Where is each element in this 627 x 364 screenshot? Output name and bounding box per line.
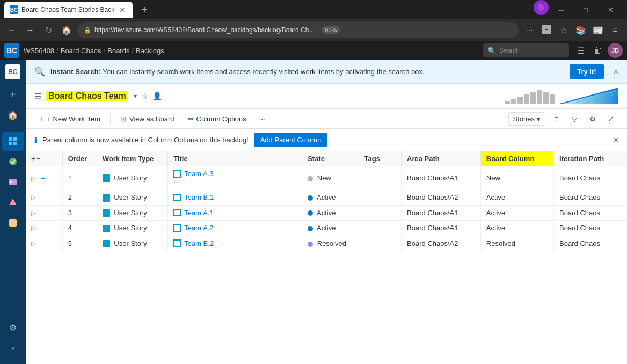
notifications-icon[interactable]: 🗑 xyxy=(590,43,606,58)
fullscreen-button[interactable]: ⤢ xyxy=(603,111,618,126)
item-type-icon xyxy=(173,224,181,232)
team-button[interactable]: 👤 xyxy=(152,92,162,100)
work-item-link[interactable]: Team B.1 xyxy=(173,193,296,201)
row-board-column: Active xyxy=(480,221,553,236)
settings-button[interactable]: ⚙ xyxy=(585,111,600,126)
collapse-all-button[interactable]: − xyxy=(37,155,41,163)
bar-7 xyxy=(543,92,549,104)
user-avatar[interactable]: JD xyxy=(608,43,623,58)
row-board-column: Resolved xyxy=(480,236,553,251)
row-order: 4 xyxy=(62,221,97,236)
row-expand-button[interactable]: ▷ xyxy=(31,175,36,183)
row-expand-cell: ▷ xyxy=(26,190,62,206)
row-board-column: Active xyxy=(480,205,553,221)
menu-icon[interactable]: ≡ xyxy=(608,23,623,38)
sidebar-top: BC + 🏠 xyxy=(2,62,24,317)
sidebar-settings[interactable]: ⚙ xyxy=(2,318,24,337)
try-it-button[interactable]: Try it! xyxy=(570,64,603,79)
stories-dropdown-button[interactable]: Stories ▾ xyxy=(508,112,545,126)
extra-icon xyxy=(8,218,18,228)
view-as-board-button[interactable]: ⊞ View as Board xyxy=(115,112,180,126)
sidebar-new-button[interactable]: + xyxy=(2,85,24,104)
list-icon[interactable]: ☰ xyxy=(573,43,588,58)
page-header: ☰ Board Chaos Team ▾ ☆ 👤 xyxy=(26,84,627,109)
browser-tab[interactable]: BC Board Chaos Team Stories Back ✕ xyxy=(4,2,133,18)
work-item-link[interactable]: Team A.2 xyxy=(173,224,296,232)
row-tags xyxy=(359,190,402,206)
row-expand-button[interactable]: ▷ xyxy=(31,224,36,232)
state-dot xyxy=(308,195,313,201)
work-item-link[interactable]: Team A.1 xyxy=(173,209,296,217)
breadcrumb-boards[interactable]: Boards xyxy=(107,47,129,55)
close-button[interactable]: ✕ xyxy=(598,0,623,19)
sidebar-boards[interactable] xyxy=(2,132,24,151)
sidebar-home[interactable]: 🏠 xyxy=(2,105,24,125)
breadcrumb-sep-1: / xyxy=(56,47,59,55)
row-expand-button[interactable]: ▷ xyxy=(31,209,36,217)
more-button[interactable]: ··· xyxy=(522,23,537,38)
bookmark-icon[interactable]: ☆ xyxy=(556,23,571,38)
row-tags xyxy=(359,205,402,221)
info-banner: ℹ Parent column is now available in Colu… xyxy=(26,129,627,151)
sidebar-expand[interactable]: » xyxy=(2,338,24,358)
breadcrumb-project[interactable]: Board Chaos xyxy=(61,47,101,55)
row-iteration: Board Chaos xyxy=(554,236,627,251)
filter-button[interactable]: ▽ xyxy=(567,111,582,126)
row-state: Resolved xyxy=(302,236,359,251)
breadcrumb-backlogs[interactable]: Backlogs xyxy=(136,47,164,55)
row-area: Board Chaos\A2 xyxy=(402,236,481,251)
work-item-link[interactable]: Team A.3 xyxy=(173,170,296,178)
sidebar-org[interactable]: BC xyxy=(2,62,24,82)
zoom-badge: 90% xyxy=(322,26,340,34)
column-options-button[interactable]: ⇔ Column Options xyxy=(182,112,252,126)
browser-profile-avatar[interactable]: 🟣 xyxy=(534,0,549,15)
sidebar-work[interactable] xyxy=(2,152,24,171)
top-search-box[interactable]: 🔍 xyxy=(483,43,569,57)
title-dropdown-button[interactable]: ▾ xyxy=(134,92,137,100)
state-dot xyxy=(308,176,313,181)
refresh-button[interactable]: ↻ xyxy=(41,23,56,38)
sidebar-test[interactable] xyxy=(2,172,24,192)
row-type: User Story xyxy=(97,205,167,221)
add-parent-column-button[interactable]: Add Parent Column xyxy=(254,133,327,147)
row-state: Active xyxy=(302,205,359,221)
row-more-button[interactable]: ··· xyxy=(173,178,180,186)
new-tab-button[interactable]: + xyxy=(137,2,152,17)
row-iteration: Board Chaos xyxy=(554,166,627,190)
row-expand-button[interactable]: ▷ xyxy=(31,240,36,247)
library-icon[interactable]: 📚 xyxy=(573,23,588,38)
breadcrumb-org[interactable]: WS56408 xyxy=(24,47,54,55)
sidebar-extra[interactable] xyxy=(2,213,24,232)
state-dot xyxy=(308,210,313,216)
more-options-button[interactable]: ··· xyxy=(254,112,271,126)
maximize-button[interactable]: □ xyxy=(573,0,598,19)
row-area: Board Chaos\A1 xyxy=(402,221,481,236)
view-options-button[interactable]: ≡ xyxy=(549,111,564,126)
bar-5 xyxy=(530,92,536,104)
svg-rect-3 xyxy=(13,142,17,145)
home-button[interactable]: 🏠 xyxy=(59,23,74,38)
app-topnav: BC WS56408 / Board Chaos / Boards / Back… xyxy=(0,41,627,60)
back-button[interactable]: ← xyxy=(4,23,19,38)
address-bar[interactable]: 🔒 https://dev.azure.com/WS56408/Board Ch… xyxy=(77,22,519,38)
row-add-button[interactable]: + xyxy=(38,173,49,184)
browser-titlebar: BC Board Chaos Team Stories Back ✕ + 🟣 ─… xyxy=(0,0,627,19)
reader-view-icon[interactable]: 📰 xyxy=(590,23,606,38)
col-header-order: Order xyxy=(62,151,97,166)
work-item-link[interactable]: Team B.2 xyxy=(173,239,296,247)
svg-point-6 xyxy=(10,181,12,183)
forward-button[interactable]: → xyxy=(23,23,38,38)
test-icon xyxy=(8,177,18,187)
expand-all-button[interactable]: + xyxy=(31,155,35,163)
stories-label: Stories xyxy=(513,115,535,123)
banner-close-button[interactable]: × xyxy=(614,67,618,77)
row-expand-button[interactable]: ▷ xyxy=(31,194,36,201)
sidebar-artifacts[interactable] xyxy=(2,193,24,212)
new-work-item-button[interactable]: + + New Work Item xyxy=(34,112,106,126)
minimize-button[interactable]: ─ xyxy=(549,0,573,19)
search-input[interactable] xyxy=(499,47,564,54)
info-banner-close-button[interactable]: × xyxy=(614,135,618,145)
favorite-button[interactable]: ☆ xyxy=(141,92,148,100)
tab-close-button[interactable]: ✕ xyxy=(118,5,127,14)
pocket-icon[interactable]: 🅿 xyxy=(539,23,554,38)
